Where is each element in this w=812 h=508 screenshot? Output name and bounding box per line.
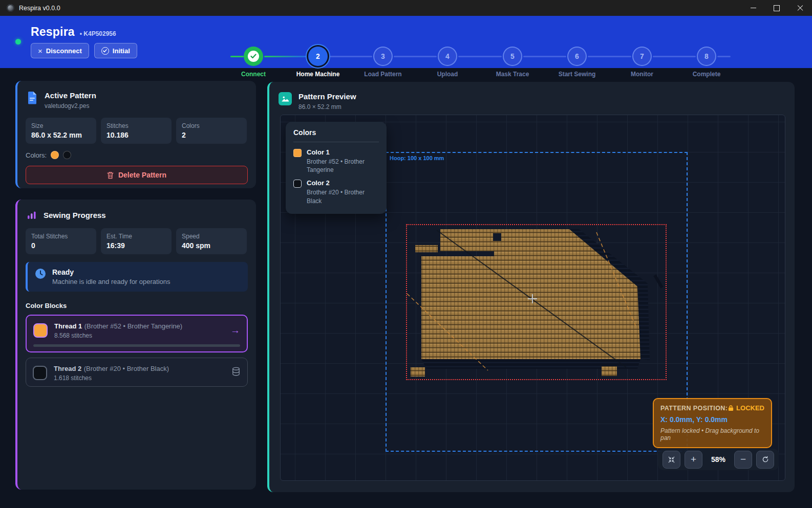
app-icon	[7, 4, 14, 12]
step-complete[interactable]: 8 Complete	[673, 47, 740, 78]
thread-2-block[interactable]: Thread 2 (Brother #20 • Brother Black) 1…	[26, 358, 248, 387]
pattern-position-overlay: PATTERN POSITION: LOCKED X: 0.0mm, Y: 0.…	[653, 398, 772, 448]
step-upload[interactable]: 4 Upload	[414, 47, 481, 78]
step-number: 6	[567, 47, 587, 66]
pattern-preview-title: Pattern Preview	[298, 92, 356, 101]
delete-pattern-button[interactable]: Delete Pattern	[26, 166, 248, 184]
step-number: 2	[308, 47, 328, 66]
thread-1-block[interactable]: Thread 1 (Brother #52 • Brother Tangerin…	[26, 315, 248, 352]
stat-colors: Colors 2	[176, 118, 247, 144]
step-mask-trace[interactable]: 5 Mask Trace	[479, 47, 546, 78]
machine-serial: • K4P502956	[80, 30, 116, 37]
compress-icon	[668, 456, 675, 463]
window-title: Respira v0.0.0	[19, 5, 60, 12]
pattern-coordinates: X: 0.0mm, Y: 0.0mm	[660, 415, 764, 424]
maximize-icon	[774, 5, 780, 11]
zoom-out-button[interactable]: −	[734, 451, 752, 469]
close-button[interactable]	[788, 0, 812, 16]
stat-total-stitches: Total Stitches 0	[26, 228, 96, 254]
status-title: Ready	[52, 268, 170, 276]
legend-entry-color-1: Color 1 Brother #52 • Brother Tangerine	[293, 148, 379, 174]
colors-legend: Colors Color 1 Brother #52 • Brother Tan…	[286, 122, 387, 214]
zoom-level: 58%	[707, 455, 730, 463]
step-number: 3	[373, 47, 393, 66]
fit-view-button[interactable]	[663, 451, 680, 469]
sewing-progress-title: Sewing Progress	[44, 211, 106, 219]
stat-est-time: Est. Time 16:39	[101, 228, 172, 254]
minimize-button[interactable]	[741, 0, 765, 16]
maximize-button[interactable]	[765, 0, 788, 16]
brand-block: Respira • K4P502956 × Disconnect Initi	[15, 25, 137, 58]
arrow-right-icon: →	[230, 325, 240, 336]
hoop-label: Hoop: 100 x 100 mm	[390, 155, 444, 161]
refresh-icon	[761, 455, 770, 463]
zoom-in-button[interactable]: +	[685, 451, 702, 469]
active-pattern-title: Active Pattern	[45, 91, 96, 100]
stat-speed: Speed 400 spm	[176, 228, 247, 254]
step-connect[interactable]: Connect	[220, 47, 287, 78]
thread-1-swatch	[33, 323, 48, 338]
locked-badge: LOCKED	[728, 404, 764, 412]
step-number: 7	[632, 47, 652, 66]
step-number: 5	[503, 47, 522, 66]
sewing-progress-card: Sewing Progress Total Stitches 0 Est. Ti…	[15, 200, 256, 490]
initial-button[interactable]: Initial	[94, 43, 137, 58]
bar-chart-icon	[27, 210, 37, 220]
center-crosshair-icon	[528, 294, 537, 303]
connection-status-dot	[15, 39, 21, 45]
trash-icon	[107, 171, 114, 179]
step-connect-circle	[244, 47, 263, 66]
thread-2-swatch	[33, 366, 47, 380]
step-home-machine[interactable]: 2 Home Machine	[285, 47, 351, 78]
thread-1-progress-bar	[33, 344, 240, 347]
zoom-toolbar: + 58% −	[658, 449, 779, 470]
divider	[293, 142, 379, 142]
step-start-sewing[interactable]: 6 Start Sewing	[544, 47, 610, 78]
app-header: Respira • K4P502956 × Disconnect Initi	[0, 16, 812, 68]
step-number: 4	[438, 47, 457, 66]
status-description: Machine is idle and ready for operations	[52, 278, 170, 285]
color-1-swatch	[293, 149, 302, 157]
title-bar: Respira v0.0.0	[0, 0, 812, 16]
step-load-pattern[interactable]: 3 Load Pattern	[350, 47, 416, 78]
reset-view-button[interactable]	[756, 451, 774, 469]
active-pattern-card: Active Pattern valetudogv2.pes Size 86.0…	[15, 81, 256, 188]
file-icon	[27, 91, 38, 104]
color-swatch-black	[63, 151, 71, 159]
minimize-icon	[751, 8, 756, 8]
image-icon	[279, 92, 292, 105]
disconnect-x-icon: ×	[38, 47, 42, 55]
database-icon	[231, 367, 241, 379]
colors-label: Colors:	[26, 151, 47, 159]
disconnect-button[interactable]: × Disconnect	[31, 43, 89, 58]
step-number: 8	[697, 47, 716, 66]
brand-name: Respira	[31, 25, 75, 39]
legend-entry-color-2: Color 2 Brother #20 • Brother Black	[293, 179, 379, 205]
stat-size: Size 86.0 x 52.2 mm	[26, 118, 96, 144]
pattern-preview-card: Pattern Preview 86.0 × 52.2 mm Hoop: 100…	[267, 82, 795, 492]
preview-canvas[interactable]: Hoop: 100 x 100 mm	[280, 115, 785, 481]
close-icon	[797, 5, 803, 11]
main-content: Active Pattern valetudogv2.pes Size 86.0…	[0, 68, 812, 508]
color-swatch-orange	[51, 151, 59, 159]
app-window: Respira v0.0.0 Respira • K4P502956 ×	[0, 0, 812, 508]
lock-icon	[728, 405, 734, 411]
pan-hint: Pattern locked • Drag background to pan	[660, 427, 764, 441]
pattern-dimensions: 86.0 × 52.2 mm	[298, 103, 356, 111]
stat-stitches: Stitches 10.186	[101, 118, 172, 144]
window-controls	[741, 0, 812, 16]
check-circle-icon	[101, 47, 109, 55]
color-2-swatch	[293, 180, 302, 188]
color-blocks-label: Color Blocks	[17, 292, 256, 310]
machine-status-box: Ready Machine is idle and ready for oper…	[26, 262, 248, 292]
clock-icon	[35, 268, 46, 279]
check-icon	[248, 51, 259, 62]
pattern-filename: valetudogv2.pes	[45, 102, 96, 109]
step-monitor[interactable]: 7 Monitor	[609, 47, 675, 78]
